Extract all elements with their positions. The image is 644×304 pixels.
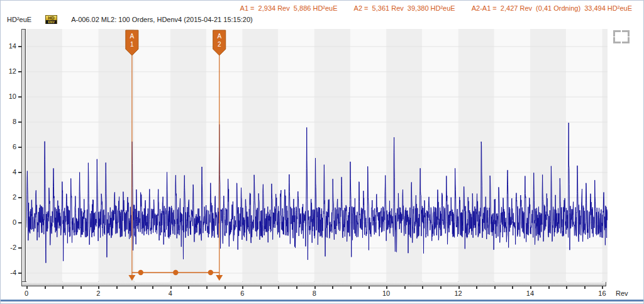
x-tick-mark: [188, 286, 189, 289]
x-tick-mark: [548, 286, 550, 289]
y-tick-mark: [18, 147, 21, 148]
x-axis-ruler: [21, 281, 606, 286]
chart-window: A1 = 2,934 Rev 5,886 HD²euEA2 = 5,361 Re…: [0, 0, 644, 304]
y-axis-unit-label: HD²euE: [7, 16, 31, 23]
x-tick-mark: [242, 286, 243, 289]
y-tick-label: -2: [1, 244, 16, 251]
x-tick-mark: [440, 286, 441, 289]
x-tick-label: 14: [516, 290, 544, 297]
y-tick-label: 8: [1, 118, 16, 125]
x-tick-label: 6: [228, 290, 256, 297]
x-tick-mark: [422, 286, 423, 289]
x-tick-label: 2: [84, 290, 112, 297]
x-tick-label: 16: [588, 290, 616, 297]
hd-env-icon: HD ENV: [45, 15, 57, 24]
y-tick-mark: [18, 96, 21, 98]
x-tick-mark: [566, 286, 567, 289]
x-tick-label: 10: [372, 290, 400, 297]
y-tick-label: 12: [1, 67, 16, 75]
x-tick-mark: [476, 286, 477, 289]
x-tick-label: 12: [445, 290, 472, 297]
x-tick-mark: [314, 286, 316, 289]
y-tick-mark: [18, 71, 21, 72]
bottom-divider-bar: [1, 300, 643, 301]
plot-area[interactable]: A1A2: [26, 29, 608, 282]
x-tick-mark: [152, 286, 153, 289]
readout-a2: A2 = 5,361 Rev 39,380 HD²euE: [354, 4, 455, 12]
x-tick-mark: [80, 286, 82, 289]
x-tick-mark: [369, 286, 370, 289]
x-tick-mark: [404, 286, 406, 289]
y-tick-mark: [18, 121, 21, 123]
y-tick-label: 2: [1, 193, 16, 201]
y-tick-mark: [18, 172, 21, 173]
y-tick-label: 4: [1, 168, 16, 176]
y-tick-label: 6: [1, 143, 16, 150]
x-tick-mark: [296, 286, 297, 289]
x-tick-mark: [494, 286, 496, 289]
x-tick-mark: [45, 286, 46, 289]
x-tick-mark: [62, 286, 64, 289]
x-tick-mark: [278, 286, 279, 289]
x-tick-label: 4: [157, 290, 184, 297]
x-tick-mark: [116, 286, 118, 289]
x-tick-mark: [602, 286, 603, 289]
cursor-band-handle[interactable]: [173, 270, 178, 275]
y-tick-mark: [18, 46, 21, 47]
y-tick-mark: [18, 247, 21, 249]
background-stripes: [26, 29, 608, 282]
y-tick-label: 0: [1, 218, 16, 226]
cursor-flag-number: 2: [218, 41, 221, 48]
x-tick-label: 0: [13, 290, 40, 297]
y-tick-label: 14: [1, 42, 16, 50]
x-tick-label: 8: [301, 290, 328, 297]
signal-chart[interactable]: A1A2: [26, 29, 608, 282]
chart-header: HD²euE HD ENV A-006.02 ML2: 100 Orders, …: [7, 14, 253, 25]
x-tick-mark: [386, 286, 387, 289]
cursor-flag-number: 1: [130, 41, 134, 48]
x-tick-mark: [206, 286, 208, 289]
x-tick-mark: [530, 286, 531, 289]
fullscreen-icon[interactable]: [613, 30, 630, 43]
y-tick-label: 10: [1, 93, 16, 100]
y-tick-label: -4: [1, 269, 16, 276]
cursor-flag-label: A: [217, 33, 221, 40]
x-tick-mark: [135, 286, 136, 289]
x-tick-mark: [350, 286, 352, 289]
cursor-band-handle[interactable]: [138, 270, 143, 275]
readout-a2-a1: A2-A1 = 2,427 Rev (0,41 Ordning) 33,494 …: [472, 4, 632, 12]
y-axis-ruler: [21, 29, 26, 286]
cursor-flag-label: A: [130, 33, 135, 40]
x-tick-mark: [26, 286, 28, 289]
y-tick-mark: [18, 273, 21, 274]
y-tick-mark: [18, 222, 21, 223]
x-tick-mark: [260, 286, 262, 289]
cursor-band-handle[interactable]: [208, 270, 213, 275]
x-axis-unit-label: Rev: [616, 290, 628, 297]
cursor-readouts: A1 = 2,934 Rev 5,886 HD²euEA2 = 5,361 Re…: [240, 4, 632, 12]
x-tick-mark: [512, 286, 513, 289]
measurement-title: A-006.02 ML2: 100 Orders, HDenv4 (2015-0…: [71, 16, 253, 23]
x-tick-mark: [225, 286, 226, 289]
x-tick-mark: [98, 286, 99, 289]
x-tick-mark: [332, 286, 333, 289]
x-tick-mark: [458, 286, 460, 289]
y-tick-mark: [18, 197, 21, 198]
readout-a1: A1 = 2,934 Rev 5,886 HD²euE: [240, 4, 338, 12]
x-tick-mark: [584, 286, 586, 289]
x-tick-mark: [170, 286, 172, 289]
